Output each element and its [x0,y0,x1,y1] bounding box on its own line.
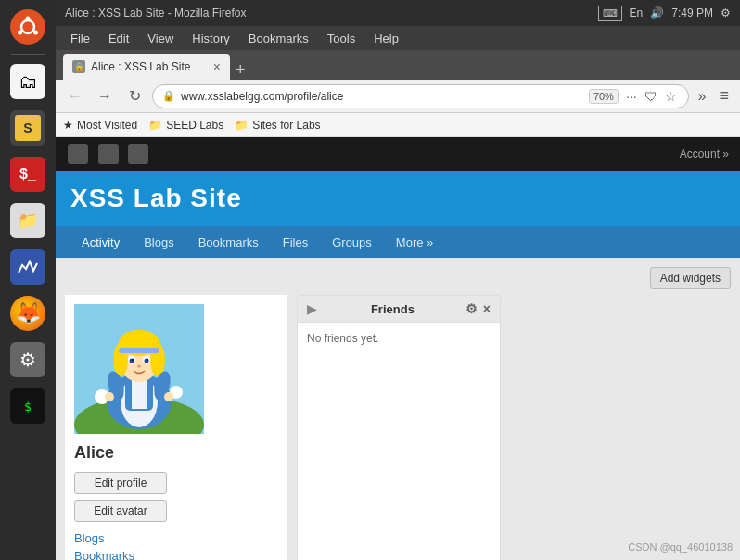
nav-item-more[interactable]: More » [385,230,444,255]
site-content: Add widgets [56,258,740,560]
svg-point-23 [132,359,134,361]
menu-bookmarks[interactable]: Bookmarks [241,29,316,48]
url-actions: ··· 🛡 ☆ [624,87,679,106]
dock-item-terminal-red[interactable]: $_ [6,153,49,196]
widget-settings-icon[interactable]: ⚙ [466,301,478,316]
reload-icon: ↻ [129,87,141,105]
site-title: XSS Lab Site [70,184,242,213]
edit-profile-button[interactable]: Edit profile [74,472,167,494]
menu-history[interactable]: History [185,29,236,48]
hamburger-menu-button[interactable]: ≡ [715,86,733,106]
forward-button[interactable]: → [93,84,117,108]
clock: 7:49 PM [671,6,713,19]
topbar-icon-1 [67,143,89,165]
tabbar: 🔒 Alice : XSS Lab Site × + [56,50,740,80]
widget-close-icon[interactable]: × [483,301,491,316]
more-actions-button[interactable]: ··· [624,87,639,106]
svg-point-25 [137,365,141,368]
widget-title-arrow: ▶ [307,302,316,316]
profile-links: Blogs Bookmarks Files Pages Wire posts [74,531,278,560]
keyboard-icon: ⌨ [598,6,622,21]
addressbar: ← → ↻ 🔒 www.xsslabelgg.com/profile/alice… [56,80,740,113]
bookmark-star-icon[interactable]: ☆ [663,87,679,106]
url-bar[interactable]: 🔒 www.xsslabelgg.com/profile/alice 70% ·… [152,84,689,108]
language-indicator: En [630,6,644,19]
folder-icon-1: 📁 [148,119,162,132]
url-text: www.xsslabelgg.com/profile/alice [181,90,583,103]
security-icon: 🔒 [162,90,175,102]
menu-file[interactable]: File [63,29,97,48]
profile-section: Alice Edit profile Edit avatar Blogs Boo… [65,295,287,560]
nav-item-activity[interactable]: Activity [70,230,131,255]
svg-rect-18 [119,348,159,353]
profile-avatar [74,304,204,434]
topbar-icon-film [98,144,119,164]
menubar: File Edit View History Bookmarks Tools H… [56,26,740,50]
menu-tools[interactable]: Tools [320,29,363,48]
profile-name: Alice [74,443,278,463]
svg-point-28 [105,392,114,401]
site-topbar: Account » [56,137,740,171]
widget-header: ▶ Friends ⚙ × [298,296,500,323]
nav-item-groups[interactable]: Groups [321,230,383,255]
edit-avatar-button[interactable]: Edit avatar [74,500,167,522]
dock-item-sublime[interactable]: S [6,107,49,149]
friends-widget: ▶ Friends ⚙ × No friends yet. [297,295,501,560]
reload-button[interactable]: ↻ [122,84,147,108]
svg-point-24 [147,359,148,361]
menu-view[interactable]: View [140,29,181,48]
watermark: CSDN @qq_46010138 [628,541,733,553]
dock-item-filemanager[interactable]: 📁 [6,199,49,242]
menu-edit[interactable]: Edit [101,29,136,48]
svg-point-2 [26,17,31,21]
site-banner: XSS Lab Site [56,171,740,226]
bookmark-most-visited-label: Most Visited [77,119,137,132]
zoom-level: 70% [589,89,619,104]
shield-icon: 🛡 [643,87,659,106]
svg-point-29 [164,392,173,401]
bookmark-sites-for-labs-label: Sites for Labs [252,119,320,132]
volume-icon: 🔊 [650,6,664,19]
dock-item-wavemon[interactable] [6,246,49,288]
back-button[interactable]: ← [63,84,87,108]
system-settings-icon[interactable]: ⚙ [721,6,731,19]
more-options-button[interactable]: » [695,88,710,105]
add-widgets-button[interactable]: Add widgets [650,267,731,289]
dock-item-files[interactable]: 🗂 [6,60,49,103]
bookmarks-bar: ★ Most Visited 📁 SEED Labs 📁 Sites for L… [56,113,740,137]
account-link[interactable]: Account » [680,147,729,160]
back-icon: ← [68,88,83,105]
nav-item-blogs[interactable]: Blogs [133,230,185,255]
bookmark-seed-labs[interactable]: 📁 SEED Labs [148,119,223,132]
tab-title: Alice : XSS Lab Site [91,60,208,73]
widget-title: Friends [371,302,415,316]
widget-body: No friends yet. [298,323,500,354]
profile-link-blogs[interactable]: Blogs [74,531,278,545]
bookmark-seed-labs-label: SEED Labs [166,119,223,132]
dock-item-terminal-black[interactable]: $ [6,385,49,427]
forward-icon: → [97,88,112,105]
browser-window: Alice : XSS Lab Site - Mozilla Firefox ⌨… [56,0,740,560]
dock-item-firefox[interactable]: 🦊 [6,292,49,335]
new-tab-button[interactable]: + [236,60,246,80]
tab-close-button[interactable]: × [213,60,221,73]
dock-divider [11,54,45,55]
site-nav: Activity Blogs Bookmarks Files Groups Mo… [56,226,740,258]
titlebar: Alice : XSS Lab Site - Mozilla Firefox ⌨… [56,0,740,26]
content-layout: Alice Edit profile Edit avatar Blogs Boo… [65,295,731,560]
active-tab[interactable]: 🔒 Alice : XSS Lab Site × [63,54,230,80]
ubuntu-dock: 🗂 S $_ 📁 🦊 ⚙ $ [0,0,56,560]
dock-item-ubuntu[interactable] [6,6,49,48]
bookmark-most-visited[interactable]: ★ Most Visited [63,119,137,132]
nav-item-files[interactable]: Files [272,230,319,255]
no-friends-text: No friends yet. [307,332,378,345]
menu-help[interactable]: Help [366,29,406,48]
svg-point-3 [18,31,22,35]
svg-point-22 [145,359,149,363]
bookmark-sites-for-labs[interactable]: 📁 Sites for Labs [235,119,320,132]
dock-item-settings[interactable]: ⚙ [6,338,49,381]
browser-content: Account » XSS Lab Site Activity Blogs Bo… [56,137,740,560]
widget-actions: ⚙ × [466,301,491,316]
profile-link-bookmarks[interactable]: Bookmarks [74,549,278,560]
nav-item-bookmarks[interactable]: Bookmarks [187,230,270,255]
